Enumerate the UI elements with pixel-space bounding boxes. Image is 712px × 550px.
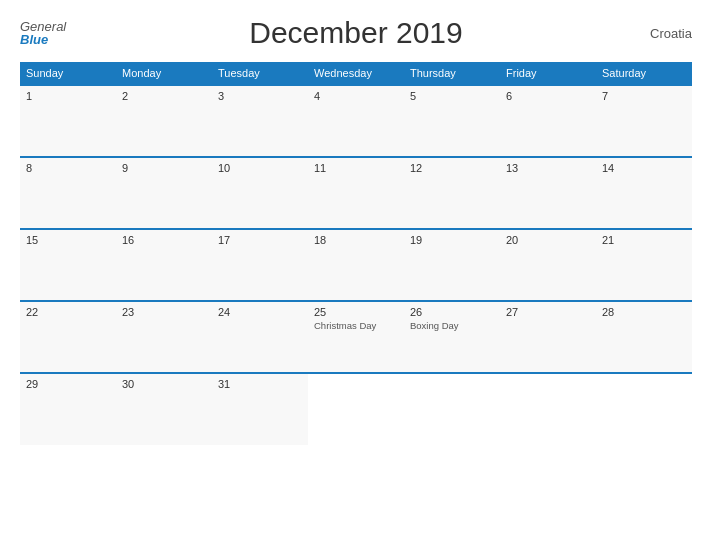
table-row (500, 373, 596, 445)
calendar-week-row: 891011121314 (20, 157, 692, 229)
day-number: 9 (122, 162, 206, 174)
day-number: 18 (314, 234, 398, 246)
table-row: 8 (20, 157, 116, 229)
day-number: 4 (314, 90, 398, 102)
day-number: 7 (602, 90, 686, 102)
logo: General Blue (20, 20, 66, 46)
day-number: 23 (122, 306, 206, 318)
table-row (308, 373, 404, 445)
table-row: 25Christmas Day (308, 301, 404, 373)
table-row: 9 (116, 157, 212, 229)
day-number: 11 (314, 162, 398, 174)
calendar-title: December 2019 (249, 16, 462, 50)
col-saturday: Saturday (596, 62, 692, 85)
table-row: 27 (500, 301, 596, 373)
table-row: 28 (596, 301, 692, 373)
day-number: 26 (410, 306, 494, 318)
calendar-page: General Blue December 2019 Croatia Sunda… (0, 0, 712, 550)
col-monday: Monday (116, 62, 212, 85)
table-row: 14 (596, 157, 692, 229)
day-number: 1 (26, 90, 110, 102)
table-row: 20 (500, 229, 596, 301)
col-tuesday: Tuesday (212, 62, 308, 85)
day-number: 3 (218, 90, 302, 102)
day-number: 20 (506, 234, 590, 246)
table-row: 12 (404, 157, 500, 229)
day-number: 31 (218, 378, 302, 390)
table-row: 26Boxing Day (404, 301, 500, 373)
country-label: Croatia (650, 26, 692, 41)
table-row: 19 (404, 229, 500, 301)
table-row: 4 (308, 85, 404, 157)
table-row: 2 (116, 85, 212, 157)
table-row: 21 (596, 229, 692, 301)
table-row: 23 (116, 301, 212, 373)
table-row: 30 (116, 373, 212, 445)
calendar-week-row: 15161718192021 (20, 229, 692, 301)
table-row: 13 (500, 157, 596, 229)
table-row: 3 (212, 85, 308, 157)
day-number: 2 (122, 90, 206, 102)
table-row: 6 (500, 85, 596, 157)
table-row: 29 (20, 373, 116, 445)
calendar-week-row: 1234567 (20, 85, 692, 157)
calendar-table: Sunday Monday Tuesday Wednesday Thursday… (20, 62, 692, 445)
col-sunday: Sunday (20, 62, 116, 85)
day-number: 24 (218, 306, 302, 318)
calendar-week-row: 293031 (20, 373, 692, 445)
table-row: 24 (212, 301, 308, 373)
day-number: 8 (26, 162, 110, 174)
day-number: 28 (602, 306, 686, 318)
day-number: 29 (26, 378, 110, 390)
table-row: 18 (308, 229, 404, 301)
day-number: 27 (506, 306, 590, 318)
day-number: 5 (410, 90, 494, 102)
day-number: 19 (410, 234, 494, 246)
day-number: 22 (26, 306, 110, 318)
logo-blue-text: Blue (20, 33, 66, 46)
col-wednesday: Wednesday (308, 62, 404, 85)
col-thursday: Thursday (404, 62, 500, 85)
table-row: 5 (404, 85, 500, 157)
table-row: 16 (116, 229, 212, 301)
day-number: 17 (218, 234, 302, 246)
table-row: 11 (308, 157, 404, 229)
holiday-label: Boxing Day (410, 320, 494, 331)
day-number: 21 (602, 234, 686, 246)
calendar-week-row: 22232425Christmas Day26Boxing Day2728 (20, 301, 692, 373)
calendar-header-row: Sunday Monday Tuesday Wednesday Thursday… (20, 62, 692, 85)
day-number: 6 (506, 90, 590, 102)
day-number: 12 (410, 162, 494, 174)
table-row: 10 (212, 157, 308, 229)
day-number: 13 (506, 162, 590, 174)
day-number: 15 (26, 234, 110, 246)
table-row: 31 (212, 373, 308, 445)
day-number: 10 (218, 162, 302, 174)
table-row: 1 (20, 85, 116, 157)
table-row: 15 (20, 229, 116, 301)
day-number: 16 (122, 234, 206, 246)
table-row: 17 (212, 229, 308, 301)
calendar-header: General Blue December 2019 Croatia (20, 16, 692, 50)
day-number: 25 (314, 306, 398, 318)
table-row: 22 (20, 301, 116, 373)
day-number: 14 (602, 162, 686, 174)
table-row (596, 373, 692, 445)
table-row (404, 373, 500, 445)
col-friday: Friday (500, 62, 596, 85)
table-row: 7 (596, 85, 692, 157)
day-number: 30 (122, 378, 206, 390)
holiday-label: Christmas Day (314, 320, 398, 331)
